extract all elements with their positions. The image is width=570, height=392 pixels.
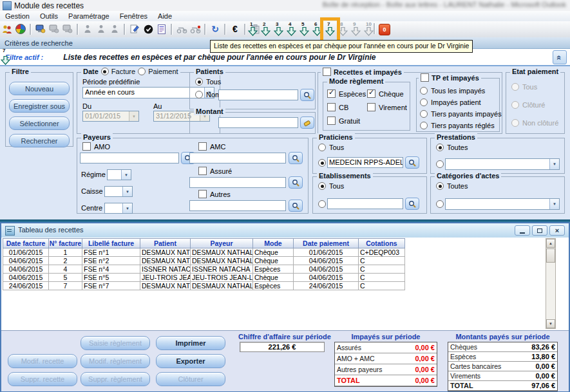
- date-paiement-radio[interactable]: [138, 68, 146, 75]
- imprimer-button[interactable]: Imprimer: [156, 336, 225, 350]
- filter-arrow-icon[interactable]: 3: [273, 23, 284, 36]
- assure-search-button[interactable]: [289, 176, 303, 189]
- table-column-header[interactable]: Cotations: [359, 239, 405, 248]
- validate-check-icon[interactable]: [142, 23, 154, 35]
- recettes-impayes-checkbox[interactable]: [323, 68, 331, 76]
- autres-checkbox[interactable]: [198, 190, 207, 198]
- mode-reglement-option[interactable]: Espèces: [327, 87, 367, 100]
- tp-option[interactable]: Impayés patient: [420, 97, 502, 108]
- assure-checkbox[interactable]: [198, 167, 207, 175]
- filtre-button[interactable]: Rechercher: [9, 134, 70, 147]
- menu-item[interactable]: Aide: [153, 12, 177, 21]
- workstation-gray2-icon[interactable]: [62, 23, 73, 35]
- vertical-scrollbar[interactable]: ▲ ▼: [546, 238, 556, 329]
- table-column-header[interactable]: Date paiement: [294, 239, 359, 248]
- tp-option[interactable]: Tous les impayés: [420, 85, 502, 97]
- exporter-button[interactable]: Exporter: [156, 354, 225, 368]
- categories-toutes-radio[interactable]: [436, 182, 444, 190]
- etablissements-select-radio[interactable]: [318, 200, 326, 208]
- mode-reglement-option[interactable]: CB: [327, 100, 367, 114]
- prestations-toutes-radio[interactable]: [436, 144, 444, 151]
- scroll-up-icon[interactable]: ▲: [546, 239, 555, 248]
- person-gray-icon[interactable]: [82, 23, 93, 35]
- stop-exit-icon[interactable]: 0: [379, 24, 390, 35]
- menu-item[interactable]: Gestion: [0, 12, 35, 21]
- caisse-dropdown[interactable]: ▼: [104, 186, 133, 197]
- autres-input[interactable]: [189, 200, 286, 211]
- montant-clear-button[interactable]: [300, 117, 314, 129]
- close-button[interactable]: ×: [549, 225, 565, 236]
- minimize-button[interactable]: [515, 225, 530, 236]
- amc-search-button[interactable]: [289, 152, 303, 164]
- prestations-select-radio[interactable]: [436, 160, 444, 168]
- mode-checkbox[interactable]: [327, 117, 336, 125]
- maximize-button[interactable]: [532, 225, 547, 236]
- tp-option[interactable]: Tiers payants impayés: [420, 108, 502, 120]
- etablissement-search-button[interactable]: [405, 198, 419, 210]
- table-column-header[interactable]: Patient: [140, 239, 191, 248]
- mode-checkbox[interactable]: [367, 103, 375, 111]
- prestations-dropdown[interactable]: ▼: [445, 158, 560, 170]
- tp-impayes-checkbox[interactable]: [421, 73, 429, 82]
- tp-radio[interactable]: [420, 98, 428, 106]
- teletransmission-alert-icon[interactable]: [189, 23, 201, 35]
- tp-radio[interactable]: [420, 110, 428, 118]
- menu-item[interactable]: Paramétrage: [63, 12, 115, 21]
- mode-reglement-option[interactable]: Chèque: [367, 87, 407, 100]
- table-column-header[interactable]: Date facture: [3, 239, 49, 248]
- mode-reglement-option[interactable]: Gratuit: [327, 114, 367, 127]
- filtre-button[interactable]: Enregistrer sous: [9, 99, 70, 113]
- person-gray3-icon[interactable]: [109, 23, 120, 35]
- collapse-filter-button[interactable]: «: [553, 50, 567, 64]
- filtre-button[interactable]: Nouveau: [9, 82, 70, 95]
- tp-option[interactable]: Tiers payants réglés: [420, 120, 502, 131]
- pie-chart-icon[interactable]: [15, 23, 26, 35]
- assure-input[interactable]: [189, 177, 286, 188]
- date-facture-radio[interactable]: [101, 68, 109, 75]
- document-icon[interactable]: [156, 23, 167, 35]
- table-column-header[interactable]: N° facture: [49, 239, 82, 248]
- tp-radio[interactable]: [420, 87, 428, 95]
- filtre-button[interactable]: Sélectionner: [9, 117, 70, 130]
- teletransmission-icon[interactable]: [176, 23, 187, 35]
- scroll-down-icon[interactable]: ▼: [546, 319, 555, 328]
- table-row[interactable]: 01/06/20151FSE n°1DESMAUX NATHALIDESMAUX…: [3, 248, 405, 257]
- workstation-gray-icon[interactable]: [48, 23, 60, 35]
- etablissement-input[interactable]: [327, 198, 403, 209]
- table-column-header[interactable]: Mode: [253, 239, 294, 248]
- table-row[interactable]: 04/06/20152FSE n°2DESMAUX NATHALIDESMAUX…: [3, 257, 405, 265]
- amc-input[interactable]: [189, 153, 286, 163]
- scrollbar-thumb[interactable]: [546, 248, 555, 263]
- tp-radio[interactable]: [420, 122, 428, 129]
- mode-reglement-option[interactable]: Virement: [367, 100, 407, 114]
- menu-item[interactable]: Fenêtres: [115, 12, 153, 21]
- table-row[interactable]: 04/06/20154FSE n°4ISSNER NATACHAISSNER N…: [3, 265, 405, 274]
- table-row[interactable]: 04/06/20155FSE n°5JEU-TROIS JEAN-LJEU-TR…: [3, 274, 405, 282]
- mode-checkbox[interactable]: [327, 103, 336, 111]
- refresh-sync-icon[interactable]: ↻: [209, 23, 221, 35]
- praticiens-tous-radio[interactable]: [318, 144, 326, 151]
- filter-arrow-icon[interactable]: 9: [350, 23, 361, 36]
- mode-checkbox[interactable]: [327, 89, 336, 98]
- amo-checkbox[interactable]: [82, 142, 91, 151]
- praticien-input[interactable]: MEDECIN RPPS-ADELI VIRGINIE: [327, 157, 403, 168]
- montant-input[interactable]: [218, 117, 298, 128]
- filter-arrow-icon[interactable]: 4: [286, 23, 297, 36]
- table-column-header[interactable]: Libellé facture: [82, 239, 140, 248]
- categories-dropdown[interactable]: ▼: [445, 198, 560, 210]
- patients-people-icon[interactable]: [1, 23, 13, 35]
- patients-nom-radio[interactable]: [195, 91, 203, 98]
- filter-arrow-icon[interactable]: 1: [247, 23, 258, 36]
- etablissements-tous-radio[interactable]: [318, 182, 326, 190]
- menu-item[interactable]: Outils: [35, 12, 63, 21]
- filter-arrow-icon[interactable]: 2: [260, 23, 271, 36]
- regime-dropdown[interactable]: ▼: [107, 169, 131, 180]
- praticien-search-button[interactable]: [405, 156, 419, 169]
- patients-tous-radio[interactable]: [195, 78, 203, 86]
- filter-arrow-icon[interactable]: 5: [299, 23, 310, 36]
- amo-input[interactable]: [80, 153, 179, 163]
- filter-arrow-icon[interactable]: 10: [363, 23, 374, 36]
- amc-checkbox[interactable]: [198, 142, 207, 151]
- patient-name-input[interactable]: [218, 89, 298, 100]
- person-gray2-icon[interactable]: [95, 23, 107, 35]
